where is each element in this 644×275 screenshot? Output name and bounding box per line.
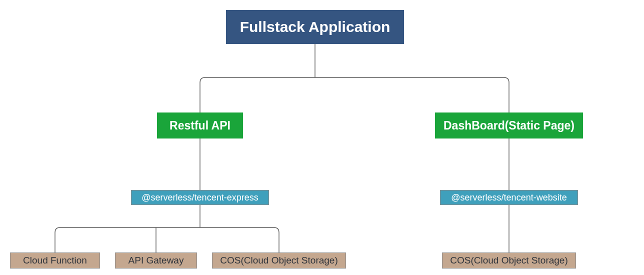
node-dashboard-static-page: DashBoard(Static Page) [435,112,583,138]
node-restful-api: Restful API [157,112,243,138]
node-serverless-tencent-express: @serverless/tencent-express [131,190,269,205]
diagram-canvas: Fullstack Application Restful API DashBo… [0,0,644,275]
node-cloud-function: Cloud Function [10,252,100,268]
node-cos-right: COS(Cloud Object Storage) [442,252,576,268]
node-api-gateway: API Gateway [115,252,197,268]
node-cos-left: COS(Cloud Object Storage) [212,252,346,268]
node-fullstack-application: Fullstack Application [226,10,404,44]
node-serverless-tencent-website: @serverless/tencent-website [440,190,578,205]
